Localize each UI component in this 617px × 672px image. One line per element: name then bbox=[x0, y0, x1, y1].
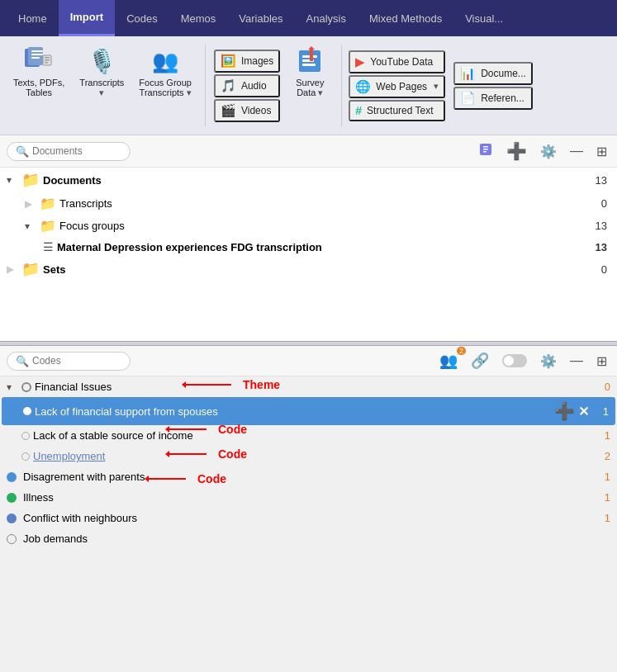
settings-icon[interactable]: ⚙️ bbox=[537, 142, 560, 161]
codes-minus-icon[interactable]: — bbox=[567, 352, 586, 370]
codes-search-box[interactable]: 🔍 bbox=[7, 352, 131, 371]
financial-issues-label: Financial Issues bbox=[35, 381, 591, 393]
add-code-icon[interactable]: ➕ bbox=[554, 401, 575, 421]
code-item-financial-issues[interactable]: ▾ Financial Issues 0 bbox=[0, 376, 617, 397]
nav-visual[interactable]: Visual... bbox=[453, 0, 515, 36]
focus-groups-label: Focus groups bbox=[59, 220, 592, 232]
texts-label: Texts, PDFs,Tables bbox=[13, 78, 64, 97]
images-label: Images bbox=[241, 55, 273, 67]
lack-stable-count: 1 bbox=[594, 429, 610, 442]
codes-search-input[interactable] bbox=[32, 355, 121, 367]
documents-tree: ▾ 📁 Documents 13 ▶ 📁 Transcripts 0 ▾ 📁 F… bbox=[0, 168, 617, 341]
code-item-unemployment[interactable]: Unemployment 2 bbox=[0, 446, 617, 466]
nav-bar: Home Import Codes Memos Variables Analys… bbox=[0, 0, 617, 36]
focus-group-label: Focus GroupTranscripts ▾ bbox=[139, 78, 192, 98]
tree-item-sets[interactable]: ▶ 📁 Sets 0 bbox=[0, 257, 617, 282]
documents-search-box[interactable]: 🔍 bbox=[7, 142, 131, 161]
code-item-job-demands[interactable]: Job demands bbox=[0, 528, 617, 549]
code-toggle[interactable] bbox=[499, 353, 530, 369]
tree-item-maternal[interactable]: ☰ Maternal Depression experiences FDG tr… bbox=[0, 237, 617, 257]
svg-rect-1 bbox=[28, 47, 43, 65]
lack-stable-label: Lack of a stable source of income bbox=[33, 429, 591, 442]
tree-item-documents[interactable]: ▾ 📁 Documents 13 bbox=[0, 168, 617, 192]
doc-icon: ☰ bbox=[43, 240, 54, 253]
minus-icon[interactable]: — bbox=[567, 142, 586, 160]
ribbon-audio-button[interactable]: 🎵 Audio bbox=[214, 74, 280, 97]
references-label: Referen... bbox=[481, 92, 524, 104]
svg-rect-15 bbox=[483, 146, 488, 148]
nav-codes[interactable]: Codes bbox=[115, 0, 169, 36]
nav-memos[interactable]: Memos bbox=[169, 0, 228, 36]
ribbon-videos-button[interactable]: 🎬 Videos bbox=[214, 99, 280, 122]
transcripts-label: Transcripts bbox=[59, 197, 598, 210]
codes-toolbar-icons: 👥 2 🔗 ⚙️ — ⊞ bbox=[436, 350, 610, 371]
sets-label: Sets bbox=[43, 263, 598, 276]
ribbon-images-button[interactable]: 🖼️ Images bbox=[214, 50, 280, 73]
illness-label: Illness bbox=[23, 491, 591, 504]
documents-arrow[interactable]: ▾ bbox=[7, 174, 18, 186]
disagreement-count: 1 bbox=[594, 471, 610, 483]
nav-analysis[interactable]: Analysis bbox=[295, 0, 358, 36]
ribbon-texts-button[interactable]: Texts, PDFs,Tables bbox=[8, 41, 69, 130]
svg-rect-3 bbox=[31, 54, 43, 55]
tree-item-transcripts[interactable]: ▶ 📁 Transcripts 0 bbox=[0, 192, 617, 215]
svg-rect-4 bbox=[31, 57, 40, 59]
code-item-lack-financial[interactable]: Lack of financial support from spouses ➕… bbox=[2, 397, 615, 425]
sets-arrow[interactable]: ▶ bbox=[7, 263, 18, 275]
svg-rect-6 bbox=[45, 57, 50, 59]
ribbon-survey-button[interactable]: SurveyData ▾ bbox=[288, 41, 331, 130]
focus-groups-arrow[interactable]: ▾ bbox=[25, 220, 36, 232]
code-actions: ➕ ✕ bbox=[554, 401, 589, 421]
code-item-disagreement[interactable]: Disagrement with parents 1 bbox=[0, 466, 617, 487]
documents-label: Docume... bbox=[481, 68, 526, 79]
lack-stable-dot bbox=[21, 432, 30, 440]
nav-mixed-methods[interactable]: Mixed Methods bbox=[358, 0, 453, 36]
unemployment-count: 2 bbox=[594, 450, 610, 462]
illness-dot bbox=[7, 493, 17, 503]
disagreement-label: Disagrement with parents bbox=[23, 471, 591, 483]
search-icon: 🔍 bbox=[16, 145, 29, 158]
ribbon-documents-button[interactable]: 📊 Docume... bbox=[453, 62, 533, 85]
documents-icon: 📊 bbox=[460, 66, 476, 81]
code-item-lack-stable[interactable]: Lack of a stable source of income 1 bbox=[0, 425, 617, 446]
structured-text-icon: # bbox=[355, 104, 362, 117]
delete-code-icon[interactable]: ✕ bbox=[578, 404, 589, 419]
job-demands-label: Job demands bbox=[23, 532, 591, 545]
survey-icon bbox=[293, 45, 326, 78]
job-demands-dot bbox=[7, 534, 17, 544]
nav-variables[interactable]: Variables bbox=[227, 0, 294, 36]
maternal-label: Maternal Depression experiences FDG tran… bbox=[57, 241, 592, 253]
new-doc-icon[interactable] bbox=[475, 140, 496, 162]
ribbon-focus-group-button[interactable]: 👥 Focus GroupTranscripts ▾ bbox=[134, 41, 197, 130]
audio-icon: 🎵 bbox=[221, 78, 236, 93]
tree-item-focus-groups[interactable]: ▾ 📁 Focus groups 13 bbox=[0, 215, 617, 237]
nav-home[interactable]: Home bbox=[7, 0, 59, 36]
transcripts-label: Transcripts▾ bbox=[79, 78, 124, 98]
audio-label: Audio bbox=[241, 80, 267, 92]
codes-settings-icon[interactable]: ⚙️ bbox=[537, 352, 560, 371]
documents-folder-icon: 📁 bbox=[21, 171, 40, 189]
code-link-icon[interactable]: 🔗 bbox=[467, 350, 492, 371]
transcripts-arrow[interactable]: ▶ bbox=[25, 198, 36, 210]
documents-search-input[interactable] bbox=[32, 145, 121, 157]
maternal-count: 13 bbox=[596, 241, 607, 253]
code-item-conflict[interactable]: Conflict with neighbours 1 bbox=[0, 508, 617, 528]
documents-toolbar-icons: ➕ ⚙️ — ⊞ bbox=[475, 140, 610, 163]
codes-expand-icon[interactable]: ⊞ bbox=[593, 352, 610, 371]
code-item-illness[interactable]: Illness 1 bbox=[0, 487, 617, 508]
ribbon-transcripts-button[interactable]: 🎙️ Transcripts▾ bbox=[74, 41, 129, 130]
financial-issues-arrow[interactable]: ▾ bbox=[7, 381, 18, 393]
code-group-icon[interactable]: 👥 2 bbox=[436, 350, 461, 371]
conflict-count: 1 bbox=[594, 512, 610, 524]
ribbon-webpages-button[interactable]: 🌐 Web Pages ▾ bbox=[349, 75, 445, 98]
lack-financial-label: Lack of financial support from spouses bbox=[35, 405, 551, 418]
add-document-icon[interactable]: ➕ bbox=[503, 140, 530, 163]
focus-groups-count: 13 bbox=[596, 220, 607, 232]
ribbon-references-button[interactable]: 📄 Referen... bbox=[453, 87, 533, 110]
svg-rect-8 bbox=[45, 62, 48, 64]
ribbon-structured-text-button[interactable]: # Structured Text bbox=[349, 100, 445, 121]
svg-rect-7 bbox=[45, 59, 50, 61]
nav-import[interactable]: Import bbox=[59, 0, 115, 36]
ribbon-youtube-button[interactable]: ▶ YouTube Data bbox=[349, 50, 445, 73]
expand-icon[interactable]: ⊞ bbox=[593, 142, 610, 161]
